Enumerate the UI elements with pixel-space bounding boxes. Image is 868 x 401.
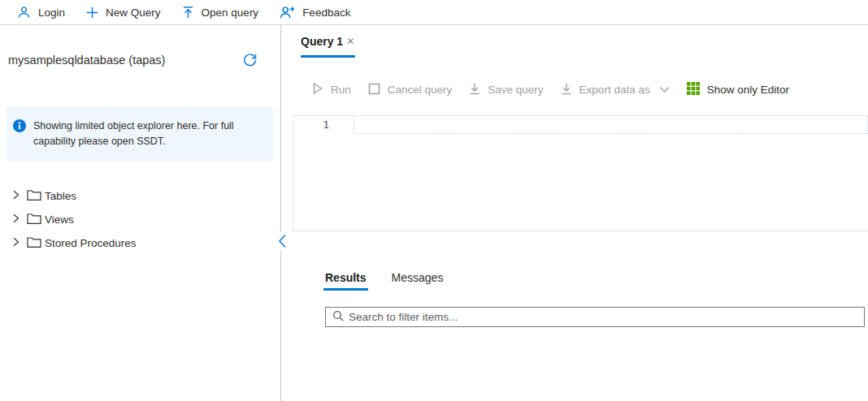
download-icon: [561, 83, 572, 97]
active-tab-underline: [301, 55, 355, 58]
show-only-editor-button[interactable]: Show only Editor: [687, 82, 789, 97]
query-toolbar: Run Cancel query Save query: [311, 82, 806, 97]
info-icon: [13, 119, 26, 149]
person-icon: [17, 6, 31, 19]
tab-query-1-label: Query 1: [301, 35, 343, 55]
feedback-label: Feedback: [302, 6, 350, 19]
results-filter-searchbox[interactable]: [325, 307, 865, 327]
folder-icon: [27, 213, 41, 226]
info-banner: Showing limited object explorer here. Fo…: [7, 107, 273, 161]
export-data-as-label: Export data as: [579, 84, 650, 96]
new-query-button[interactable]: New Query: [76, 0, 171, 24]
run-label: Run: [331, 84, 351, 96]
editor-current-line[interactable]: [354, 116, 868, 134]
chevron-right-icon[interactable]: [11, 190, 20, 202]
top-command-bar: Login New Query Open query Feedback: [0, 0, 868, 25]
tab-results[interactable]: Results: [325, 271, 367, 291]
editor-line-number: 1: [293, 116, 354, 231]
run-button[interactable]: Run: [311, 82, 351, 97]
download-icon: [469, 83, 480, 97]
save-query-button[interactable]: Save query: [469, 83, 543, 97]
object-tree: Tables Views: [0, 184, 280, 255]
tree-item-views[interactable]: Views: [0, 208, 280, 231]
new-query-label: New Query: [106, 6, 161, 19]
info-banner-text: Showing limited object explorer here. Fo…: [33, 119, 261, 149]
feedback-icon: [280, 6, 295, 19]
cancel-query-button[interactable]: Cancel query: [368, 83, 453, 97]
chevron-right-icon[interactable]: [11, 213, 20, 226]
sql-editor[interactable]: 1: [293, 115, 868, 231]
tree-item-label: Views: [45, 213, 74, 226]
grid-icon: [687, 82, 700, 97]
open-query-label: Open query: [202, 6, 259, 19]
folder-icon: [27, 237, 41, 250]
chevron-left-icon: [278, 234, 287, 248]
tree-item-label: Tables: [45, 190, 76, 202]
folder-icon: [27, 190, 41, 203]
search-icon: [332, 310, 344, 325]
save-query-label: Save query: [488, 84, 543, 96]
show-only-editor-label: Show only Editor: [707, 84, 789, 96]
tree-item-label: Stored Procedures: [45, 237, 137, 249]
export-data-as-button[interactable]: Export data as: [561, 83, 670, 97]
object-explorer-sidebar: mysamplesqldatabase (tapas) Showing limi…: [0, 25, 281, 401]
login-label: Login: [38, 6, 65, 19]
query-editor-pane: Query 1 ✕ Run Cancel query: [281, 25, 868, 401]
search-input[interactable]: [349, 311, 857, 323]
database-title: mysamplesqldatabase (tapas): [8, 52, 165, 67]
tree-item-stored-procedures[interactable]: Stored Procedures: [0, 231, 280, 255]
feedback-button[interactable]: Feedback: [269, 0, 361, 24]
cancel-query-label: Cancel query: [388, 84, 453, 96]
stop-square-icon: [368, 83, 380, 97]
login-button[interactable]: Login: [7, 0, 76, 24]
upload-icon: [182, 6, 194, 19]
tree-item-tables[interactable]: Tables: [0, 184, 280, 208]
chevron-down-icon: [659, 84, 670, 96]
results-tab-bar: Results Messages: [325, 271, 443, 291]
tab-query-1[interactable]: Query 1 ✕: [301, 35, 355, 58]
open-query-button[interactable]: Open query: [171, 0, 270, 24]
play-icon: [311, 82, 323, 97]
close-tab-icon[interactable]: ✕: [346, 36, 354, 47]
collapse-sidebar-button[interactable]: [276, 232, 289, 250]
plus-icon: [86, 6, 98, 19]
tab-messages[interactable]: Messages: [392, 271, 444, 291]
refresh-button[interactable]: [242, 52, 258, 71]
chevron-right-icon[interactable]: [11, 237, 20, 249]
database-header: mysamplesqldatabase (tapas): [8, 52, 268, 71]
